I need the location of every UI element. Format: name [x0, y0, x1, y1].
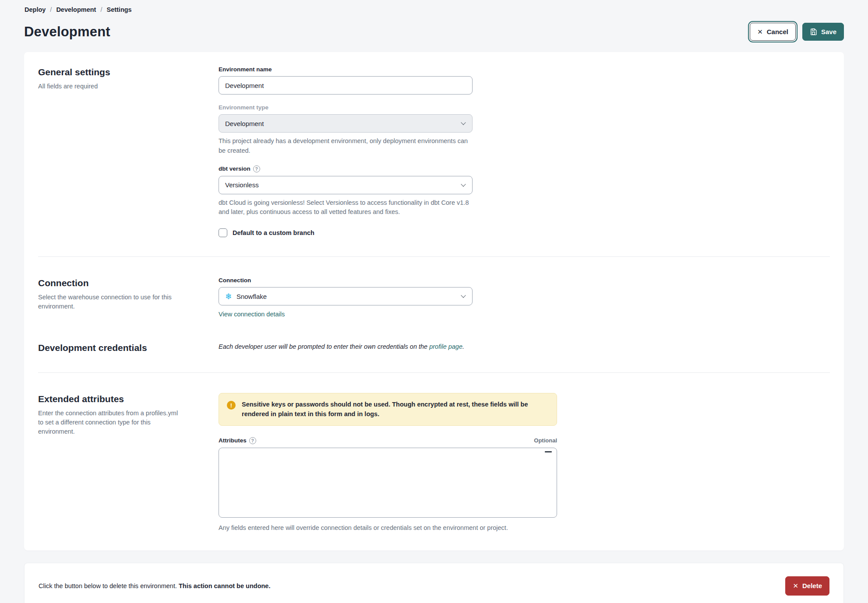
- general-settings-section: General settings All fields are required…: [38, 66, 830, 237]
- section-divider: [38, 256, 830, 257]
- connection-select[interactable]: ❄ Snowflake: [219, 287, 473, 305]
- connection-value: Snowflake: [236, 293, 267, 300]
- save-icon: [810, 28, 817, 35]
- attributes-helper: Any fields entered here will override co…: [219, 523, 557, 533]
- extended-attributes-section: Extended attributes Enter the connection…: [38, 393, 830, 533]
- environment-type-label: Environment type: [219, 104, 473, 111]
- development-credentials-heading: Development credentials: [38, 343, 201, 353]
- custom-branch-checkbox[interactable]: [219, 228, 227, 237]
- connection-section: Connection Select the warehouse connecti…: [38, 277, 830, 318]
- page-title: Development: [24, 24, 110, 40]
- environment-type-field: Environment type Development This projec…: [219, 104, 473, 156]
- delete-environment-text: Click the button below to delete this en…: [39, 582, 270, 589]
- delete-text: Click the button below to delete this en…: [39, 582, 179, 589]
- connection-field: Connection ❄ Snowflake View connection d…: [219, 277, 473, 318]
- view-connection-details-link[interactable]: View connection details: [219, 311, 285, 318]
- custom-branch-label: Default to a custom branch: [233, 229, 314, 236]
- development-credentials-section: Development credentials Each developer u…: [38, 342, 830, 353]
- dbt-version-field: dbt version ? Versionless dbt Cloud is g…: [219, 165, 473, 217]
- extended-attributes-heading: Extended attributes: [38, 394, 201, 404]
- credentials-note-period: .: [462, 343, 464, 350]
- environment-name-label: Environment name: [219, 66, 473, 73]
- dbt-version-value: Versionless: [225, 181, 259, 189]
- environment-type-helper: This project already has a development e…: [219, 137, 473, 156]
- custom-branch-checkbox-row[interactable]: Default to a custom branch: [219, 228, 830, 237]
- breadcrumb-separator: /: [100, 6, 102, 13]
- warning-text: Sensitive keys or passwords should not b…: [242, 400, 549, 419]
- breadcrumb-deploy[interactable]: Deploy: [25, 6, 46, 13]
- credentials-note: Each developer user will be prompted to …: [219, 343, 830, 350]
- profile-page-link[interactable]: profile page: [429, 343, 462, 350]
- chevron-down-icon: [461, 120, 466, 125]
- attributes-field-header: Attributes ? Optional: [219, 437, 557, 444]
- connection-heading: Connection: [38, 278, 201, 288]
- breadcrumb-separator: /: [50, 6, 52, 13]
- connection-label: Connection: [219, 277, 473, 284]
- environment-type-select: Development: [219, 114, 473, 133]
- warning-icon: !: [227, 401, 236, 410]
- help-icon[interactable]: ?: [253, 165, 260, 172]
- connection-subtitle: Select the warehouse connection to use f…: [38, 293, 183, 311]
- delete-button[interactable]: ✕ Delete: [785, 576, 829, 596]
- environment-name-field: Environment name: [219, 66, 473, 95]
- save-button[interactable]: Save: [802, 23, 844, 41]
- breadcrumb: Deploy / Development / Settings: [25, 6, 844, 13]
- general-settings-subtitle: All fields are required: [38, 82, 183, 91]
- attributes-textarea[interactable]: [219, 448, 557, 518]
- delete-button-label: Delete: [802, 582, 822, 589]
- title-bar: Development ✕ Cancel Save: [24, 23, 844, 41]
- general-settings-heading: General settings: [38, 67, 201, 77]
- environment-settings-page: Deploy / Development / Settings Developm…: [0, 0, 868, 603]
- chevron-down-icon: [461, 182, 466, 186]
- close-icon: ✕: [793, 582, 798, 589]
- environment-name-input[interactable]: [219, 76, 473, 95]
- header-actions: ✕ Cancel Save: [750, 23, 844, 41]
- delete-text-warning: This action cannot be undone.: [179, 582, 270, 589]
- save-button-label: Save: [821, 28, 836, 35]
- snowflake-icon: ❄: [225, 292, 232, 301]
- credentials-note-text: Each developer user will be prompted to …: [219, 343, 429, 350]
- attributes-editor: [219, 448, 557, 519]
- settings-card: General settings All fields are required…: [24, 52, 844, 550]
- dbt-version-helper: dbt Cloud is going versionless! Select V…: [219, 198, 473, 217]
- delete-environment-card: Click the button below to delete this en…: [24, 563, 844, 603]
- optional-badge: Optional: [534, 437, 557, 444]
- help-icon[interactable]: ?: [249, 437, 256, 444]
- dbt-version-label: dbt version: [219, 165, 251, 172]
- cancel-button[interactable]: ✕ Cancel: [750, 23, 796, 41]
- cancel-button-label: Cancel: [767, 28, 788, 35]
- chevron-down-icon: [461, 293, 466, 298]
- environment-type-value: Development: [225, 120, 264, 127]
- attributes-label: Attributes: [219, 437, 247, 444]
- breadcrumb-settings[interactable]: Settings: [106, 6, 131, 13]
- extended-attributes-subtitle: Enter the connection attributes from a p…: [38, 409, 183, 436]
- dbt-version-select[interactable]: Versionless: [219, 176, 473, 194]
- breadcrumb-development[interactable]: Development: [56, 6, 96, 13]
- collapse-icon[interactable]: [545, 451, 552, 452]
- sensitive-keys-warning-banner: ! Sensitive keys or passwords should not…: [219, 393, 557, 426]
- close-icon: ✕: [757, 28, 763, 35]
- section-divider: [38, 372, 830, 373]
